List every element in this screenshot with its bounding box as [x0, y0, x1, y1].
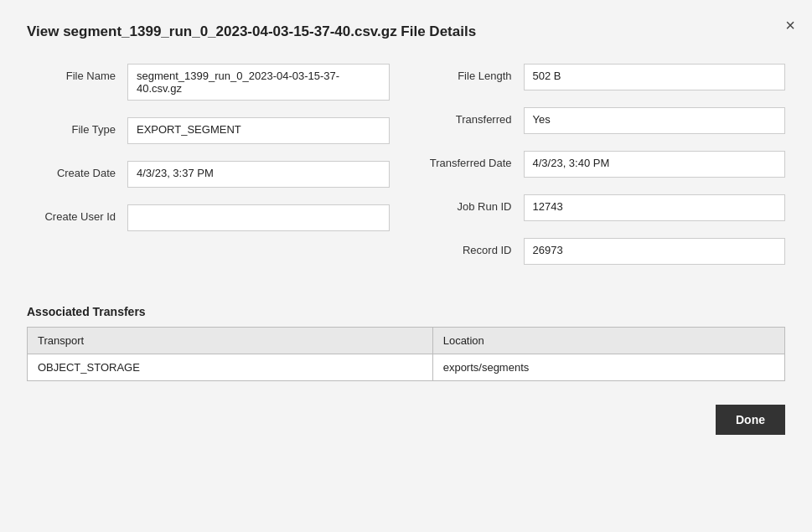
cell-location: exports/segments: [432, 354, 784, 381]
transferred-label: Transferred: [423, 107, 524, 126]
col-location: Location: [432, 328, 784, 354]
create-date-label: Create Date: [27, 161, 127, 179]
file-type-value: EXPORT_SEGMENT: [127, 117, 390, 144]
file-length-label: File Length: [423, 64, 524, 82]
done-button[interactable]: Done: [716, 405, 785, 435]
dialog-title: View segment_1399_run_0_2023-04-03-15-37…: [27, 23, 785, 40]
create-user-id-row: Create User Id: [27, 204, 390, 231]
right-column: File Length 502 B Transferred Yes Transf…: [423, 64, 786, 281]
col-transport: Transport: [28, 328, 433, 354]
table-header-row: Transport Location: [28, 328, 785, 354]
transferred-date-label: Transferred Date: [423, 151, 524, 169]
file-details-dialog: × View segment_1399_run_0_2023-04-03-15-…: [0, 0, 812, 532]
transferred-date-row: Transferred Date 4/3/23, 3:40 PM: [423, 151, 786, 178]
job-run-id-row: Job Run ID 12743: [423, 194, 786, 221]
job-run-id-label: Job Run ID: [423, 194, 524, 213]
transfers-table: Transport Location OBJECT_STORAGEexports…: [27, 327, 785, 381]
file-length-value: 502 B: [524, 64, 786, 90]
create-user-id-label: Create User Id: [27, 204, 127, 223]
cell-transport: OBJECT_STORAGE: [28, 354, 433, 381]
record-id-row: Record ID 26973: [423, 238, 786, 265]
transferred-value: Yes: [524, 107, 786, 134]
file-name-row: File Name segment_1399_run_0_2023-04-03-…: [27, 64, 390, 101]
associated-transfers-title: Associated Transfers: [27, 305, 785, 318]
table-row: OBJECT_STORAGEexports/segments: [28, 354, 785, 381]
close-button[interactable]: ×: [785, 17, 795, 34]
file-length-row: File Length 502 B: [423, 64, 786, 90]
transferred-date-value: 4/3/23, 3:40 PM: [524, 151, 786, 178]
record-id-label: Record ID: [423, 238, 524, 256]
create-date-value: 4/3/23, 3:37 PM: [127, 161, 390, 188]
record-id-value: 26973: [524, 238, 786, 265]
left-column: File Name segment_1399_run_0_2023-04-03-…: [27, 64, 390, 281]
file-name-label: File Name: [27, 64, 127, 82]
form-grid: File Name segment_1399_run_0_2023-04-03-…: [27, 64, 785, 281]
dialog-footer: Done: [27, 405, 785, 435]
create-date-row: Create Date 4/3/23, 3:37 PM: [27, 161, 390, 188]
file-name-value: segment_1399_run_0_2023-04-03-15-37-40.c…: [127, 64, 390, 101]
transferred-row: Transferred Yes: [423, 107, 786, 134]
file-type-label: File Type: [27, 117, 127, 136]
create-user-id-value: [127, 204, 390, 231]
file-type-row: File Type EXPORT_SEGMENT: [27, 117, 390, 144]
job-run-id-value: 12743: [524, 194, 786, 221]
